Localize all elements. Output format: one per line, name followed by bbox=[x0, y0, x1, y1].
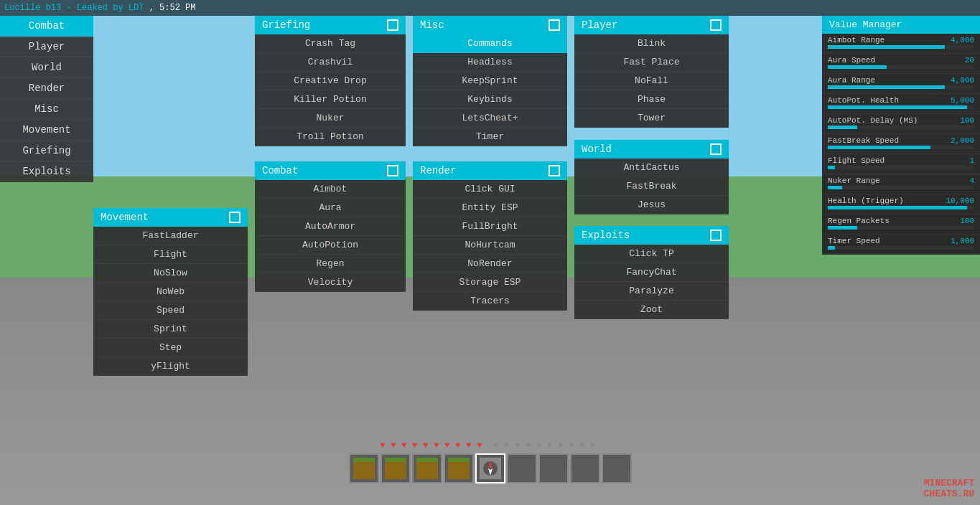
hotbar-slot-3[interactable] bbox=[412, 453, 442, 483]
vm-label-0: Aimbot Range bbox=[828, 36, 943, 44]
sidebar-item-render[interactable]: Render bbox=[0, 78, 93, 99]
griefing-item-3[interactable]: Killer Potion bbox=[255, 90, 406, 109]
render-item-3[interactable]: NoHurtcam bbox=[413, 236, 567, 255]
topbar: Lucille b13 - Leaked by LDT , 5:52 PM bbox=[0, 0, 980, 16]
movement-item-1[interactable]: Flight bbox=[93, 245, 248, 264]
render-item-2[interactable]: FullBright bbox=[413, 217, 567, 236]
render-item-6[interactable]: Tracers bbox=[413, 292, 567, 311]
sidebar-item-movement[interactable]: Movement bbox=[0, 120, 93, 141]
hotbar-slot-5-selected[interactable] bbox=[475, 453, 505, 483]
movement-item-5[interactable]: Sprint bbox=[93, 320, 248, 339]
sidebar-item-exploits[interactable]: Exploits bbox=[0, 161, 93, 182]
griefing-toggle[interactable] bbox=[387, 19, 398, 31]
grass-block-icon-4 bbox=[448, 458, 470, 479]
armor-9: ♥ bbox=[579, 440, 589, 450]
render-item-5[interactable]: Storage ESP bbox=[413, 273, 567, 292]
world-item-1[interactable]: FastBreak bbox=[574, 177, 729, 196]
armor-6: ♥ bbox=[547, 440, 557, 450]
griefing-item-2[interactable]: Creative Drop bbox=[255, 72, 406, 90]
exploits-toggle[interactable] bbox=[710, 230, 722, 241]
griefing-header[interactable]: Griefing bbox=[255, 16, 406, 34]
world-toggle[interactable] bbox=[710, 143, 722, 155]
value-manager-header[interactable]: Value Manager bbox=[822, 16, 980, 34]
vm-value-0: 4,000 bbox=[946, 36, 974, 44]
misc-toggle[interactable] bbox=[549, 19, 560, 31]
combat-item-3[interactable]: AutoPotion bbox=[255, 236, 406, 255]
player-header[interactable]: Player bbox=[574, 16, 729, 34]
movement-item-0[interactable]: FastLadder bbox=[93, 227, 248, 245]
exploits-item-0[interactable]: Click TP bbox=[574, 245, 729, 263]
player-item-3[interactable]: Phase bbox=[574, 90, 729, 109]
player-item-0[interactable]: Blink bbox=[574, 34, 729, 53]
vm-value-9: 100 bbox=[946, 217, 974, 225]
sidebar-item-misc[interactable]: Misc bbox=[0, 99, 93, 120]
hotbar-slot-2[interactable] bbox=[381, 453, 411, 483]
world-item-0[interactable]: AntiCactus bbox=[574, 159, 729, 177]
world-header[interactable]: World bbox=[574, 140, 729, 159]
griefing-item-4[interactable]: Nuker bbox=[255, 109, 406, 128]
hotbar-slot-9[interactable] bbox=[602, 453, 632, 483]
misc-item-3[interactable]: Keybinds bbox=[413, 90, 567, 109]
griefing-item-1[interactable]: Crashvil bbox=[255, 53, 406, 72]
heart-8: ♥ bbox=[455, 440, 465, 450]
movement-item-4[interactable]: Speed bbox=[93, 301, 248, 320]
sidebar-item-world[interactable]: World bbox=[0, 57, 93, 78]
world-title: World bbox=[582, 143, 612, 155]
render-header[interactable]: Render bbox=[413, 161, 567, 180]
misc-item-0[interactable]: Commands bbox=[413, 34, 567, 53]
movement-item-7[interactable]: yFlight bbox=[93, 357, 248, 376]
sidebar-item-griefing[interactable]: Griefing bbox=[0, 141, 93, 161]
misc-item-5[interactable]: Timer bbox=[413, 128, 567, 146]
player-toggle[interactable] bbox=[710, 19, 722, 31]
vm-value-7: 4 bbox=[946, 176, 974, 185]
misc-header[interactable]: Misc bbox=[413, 16, 567, 34]
armor-5: ♥ bbox=[536, 440, 546, 450]
combat-item-0[interactable]: Aimbot bbox=[255, 180, 406, 199]
movement-item-6[interactable]: Step bbox=[93, 339, 248, 357]
render-item-0[interactable]: Click GUI bbox=[413, 180, 567, 199]
movement-item-2[interactable]: NoSlow bbox=[93, 264, 248, 283]
hotbar-slot-6[interactable] bbox=[507, 453, 537, 483]
hotbar-area: ♥ ♥ ♥ ♥ ♥ ♥ ♥ ♥ ♥ ♥ ♥ ♥ ♥ ♥ ♥ ♥ ♥ ♥ ♥ ♥ bbox=[349, 440, 632, 483]
combat-item-4[interactable]: Regen bbox=[255, 255, 406, 273]
player-item-1[interactable]: Fast Place bbox=[574, 53, 729, 72]
vm-row-8: Health (Trigger) 10,000 bbox=[822, 194, 980, 214]
armor-1: ♥ bbox=[493, 440, 503, 450]
movement-header[interactable]: Movement bbox=[93, 208, 248, 227]
exploits-item-1[interactable]: FancyChat bbox=[574, 263, 729, 282]
hotbar-slot-1[interactable] bbox=[349, 453, 379, 483]
combat-item-2[interactable]: AutoArmor bbox=[255, 217, 406, 236]
hotbar-slot-8[interactable] bbox=[570, 453, 600, 483]
exploits-title: Exploits bbox=[582, 230, 630, 241]
misc-item-4[interactable]: LetsCheat+ bbox=[413, 109, 567, 128]
render-item-4[interactable]: NoRender bbox=[413, 255, 567, 273]
sidebar-item-combat[interactable]: Combat bbox=[0, 16, 93, 37]
griefing-item-5[interactable]: Troll Potion bbox=[255, 128, 406, 146]
exploits-header[interactable]: Exploits bbox=[574, 226, 729, 245]
hotbar-slot-7[interactable] bbox=[538, 453, 569, 483]
vm-row-1: Aura Speed 20 bbox=[822, 54, 980, 74]
misc-item-1[interactable]: Headless bbox=[413, 53, 567, 72]
sidebar-item-player[interactable]: Player bbox=[0, 37, 93, 57]
combat-item-5[interactable]: Velocity bbox=[255, 273, 406, 292]
griefing-title: Griefing bbox=[262, 19, 310, 31]
hotbar-slot-4[interactable] bbox=[444, 453, 474, 483]
player-item-4[interactable]: Tower bbox=[574, 109, 729, 128]
exploits-item-3[interactable]: Zoot bbox=[574, 301, 729, 319]
render-item-1[interactable]: Entity ESP bbox=[413, 199, 567, 217]
world-item-2[interactable]: Jesus bbox=[574, 196, 729, 214]
movement-toggle[interactable] bbox=[229, 212, 241, 223]
combat-item-1[interactable]: Aura bbox=[255, 199, 406, 217]
movement-item-3[interactable]: NoWeb bbox=[93, 283, 248, 301]
exploits-item-2[interactable]: Paralyze bbox=[574, 282, 729, 301]
topbar-time: , 5:52 PM bbox=[149, 3, 196, 13]
render-toggle[interactable] bbox=[549, 165, 560, 176]
watermark-text: MINECRAFT bbox=[924, 478, 974, 489]
misc-item-2[interactable]: KeepSprint bbox=[413, 72, 567, 90]
combat-header[interactable]: Combat bbox=[255, 161, 406, 180]
griefing-item-0[interactable]: Crash Tag bbox=[255, 34, 406, 53]
watermark-suffix: .RU bbox=[958, 489, 974, 499]
vm-value-3: 5,000 bbox=[946, 96, 974, 105]
player-item-2[interactable]: NoFall bbox=[574, 72, 729, 90]
combat-toggle[interactable] bbox=[387, 165, 398, 176]
